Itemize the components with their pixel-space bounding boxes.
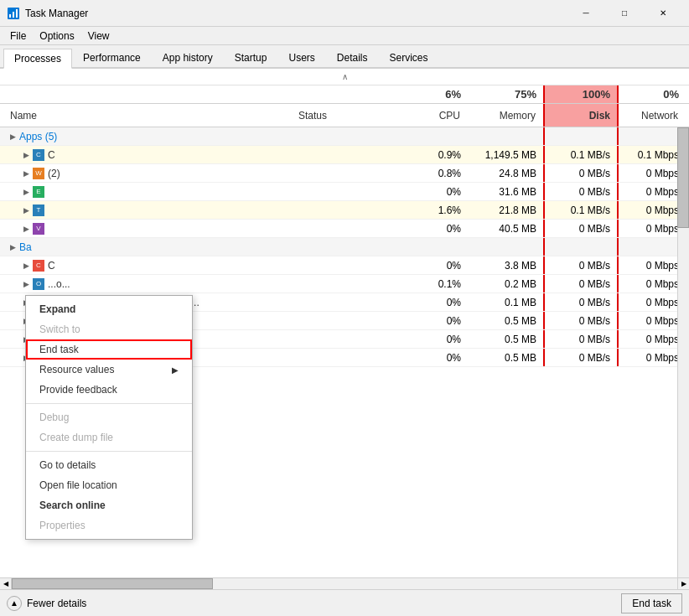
proc-name: ▶ C C (3, 256, 292, 274)
header-cpu[interactable]: CPU (401, 104, 468, 127)
ctx-expand[interactable]: Expand (26, 299, 192, 319)
maximize-button[interactable]: □ (605, 0, 644, 27)
bg-section-label: ▶ Ba (3, 238, 292, 256)
fewer-details-label: Fewer details (27, 598, 86, 609)
submenu-arrow-icon: ▶ (172, 365, 179, 375)
table-row[interactable]: ▶ T 1.6% 21.8 MB 0.1 MB/s 0 Mbps (0, 201, 689, 220)
title-bar-controls: ─ □ ✕ (567, 0, 682, 27)
section-header-apps[interactable]: ▶ Apps (5) (0, 127, 689, 146)
tab-app-history[interactable]: App history (152, 47, 224, 67)
proc-icon: E (33, 186, 44, 198)
ctx-switch-to[interactable]: Switch to (26, 319, 192, 339)
close-button[interactable]: ✕ (644, 0, 682, 27)
section-header-bg[interactable]: ▶ Ba (0, 238, 689, 256)
ctx-open-file-location[interactable]: Open file location (26, 475, 192, 495)
header-name[interactable]: Name (3, 104, 292, 127)
menu-bar: File Options View (0, 27, 689, 45)
ctx-search-online[interactable]: Search online (26, 495, 192, 515)
menu-file[interactable]: File (3, 28, 33, 44)
header-network[interactable]: Network (619, 104, 686, 127)
ctx-separator-1 (26, 403, 192, 404)
proc-name: ▶ W (2) (3, 164, 292, 182)
proc-name: ▶ O ...o... (3, 275, 292, 292)
proc-icon: V (33, 223, 44, 235)
svg-rect-3 (16, 9, 18, 18)
ctx-go-to-details[interactable]: Go to details (26, 455, 192, 475)
header-memory[interactable]: Memory (468, 104, 543, 127)
proc-icon: O (33, 278, 44, 290)
ctx-resource-values[interactable]: Resource values ▶ (26, 360, 192, 380)
svg-rect-1 (9, 14, 11, 18)
tab-bar: Processes Performance App history Startu… (0, 45, 689, 69)
proc-icon: T (33, 204, 44, 216)
pct-cpu: 6% (401, 85, 468, 103)
table-row[interactable]: ▶ W (2) 0.8% 24.8 MB 0 MB/s 0 Mbps (0, 164, 689, 183)
table-row[interactable]: ▶ O ...o... 0.1% 0.2 MB 0 MB/s 0 Mbps (0, 275, 689, 293)
main-content: ∧ 6% 75% 100% 0% Name Status CPU Memory … (0, 69, 689, 589)
proc-name: ▶ T (3, 201, 292, 219)
minimize-button[interactable]: ─ (567, 0, 605, 27)
apps-expand-arrow: ▶ (10, 132, 16, 141)
ctx-end-task[interactable]: End task (26, 339, 192, 360)
table-row[interactable]: ▶ C C 0.9% 1,149.5 MB 0.1 MB/s 0.1 Mbps (0, 146, 689, 164)
sort-arrow-row: ∧ (0, 69, 689, 85)
context-menu: Expand Switch to End task Resource value… (25, 295, 193, 540)
header-status[interactable]: Status (292, 104, 401, 127)
ctx-properties[interactable]: Properties (26, 515, 192, 536)
ctx-provide-feedback[interactable]: Provide feedback (26, 380, 192, 400)
proc-icon: C (33, 260, 44, 272)
app-icon (7, 7, 20, 20)
ctx-separator-2 (26, 451, 192, 452)
apps-section-label: ▶ Apps (5) (3, 127, 292, 145)
table-headers: Name Status CPU Memory Disk Network (0, 104, 689, 127)
end-task-button[interactable]: End task (621, 593, 682, 613)
scrollbar[interactable] (677, 127, 689, 577)
pct-network: 0% (619, 85, 686, 103)
proc-name: ▶ C C (3, 146, 292, 163)
tab-details[interactable]: Details (326, 47, 379, 67)
ctx-create-dump-file[interactable]: Create dump file (26, 427, 192, 448)
pct-disk: 100% (543, 85, 619, 103)
ctx-debug[interactable]: Debug (26, 407, 192, 427)
tab-processes[interactable]: Processes (3, 49, 72, 69)
proc-icon: W (33, 168, 44, 179)
sort-arrow-icon: ∧ (342, 72, 348, 81)
menu-view[interactable]: View (81, 28, 117, 44)
pct-status-empty (292, 85, 401, 103)
pct-memory: 75% (468, 85, 543, 103)
fewer-details-icon: ▲ (7, 596, 22, 611)
table-row[interactable]: ▶ C C 0% 3.8 MB 0 MB/s 0 Mbps (0, 256, 689, 275)
tab-services[interactable]: Services (379, 47, 439, 67)
tab-users[interactable]: Users (277, 47, 325, 67)
fewer-details-btn[interactable]: ▲ Fewer details (7, 596, 86, 611)
h-scroll-thumb[interactable] (12, 578, 213, 589)
menu-options[interactable]: Options (33, 28, 80, 44)
title-bar-left: Task Manager (7, 7, 88, 20)
tab-performance[interactable]: Performance (72, 47, 152, 67)
table-row[interactable]: ▶ V 0% 40.5 MB 0 MB/s 0 Mbps (0, 220, 689, 238)
pct-name-empty (3, 85, 292, 103)
pct-row: 6% 75% 100% 0% (0, 85, 689, 104)
h-scrollbar[interactable]: ◀ ▶ (0, 577, 689, 589)
table-row[interactable]: ▶ E 0% 31.6 MB 0 MB/s 0 Mbps (0, 183, 689, 201)
h-scroll-left-btn[interactable]: ◀ (0, 578, 12, 590)
footer: ▲ Fewer details End task (0, 589, 689, 616)
table-body: ▶ Apps (5) ▶ C C 0.9% 1,149.5 MB 0.1 MB/… (0, 127, 689, 577)
title-bar: Task Manager ─ □ ✕ (0, 0, 689, 27)
window-title: Task Manager (25, 8, 88, 19)
h-scroll-track[interactable] (12, 578, 677, 589)
svg-rect-2 (13, 12, 14, 18)
header-disk[interactable]: Disk (543, 104, 619, 127)
scroll-thumb[interactable] (677, 127, 689, 228)
proc-icon: C (33, 149, 44, 161)
proc-name: ▶ V (3, 220, 292, 237)
tab-startup[interactable]: Startup (224, 47, 278, 67)
proc-name: ▶ E (3, 183, 292, 200)
h-scroll-right-btn[interactable]: ▶ (677, 578, 689, 590)
